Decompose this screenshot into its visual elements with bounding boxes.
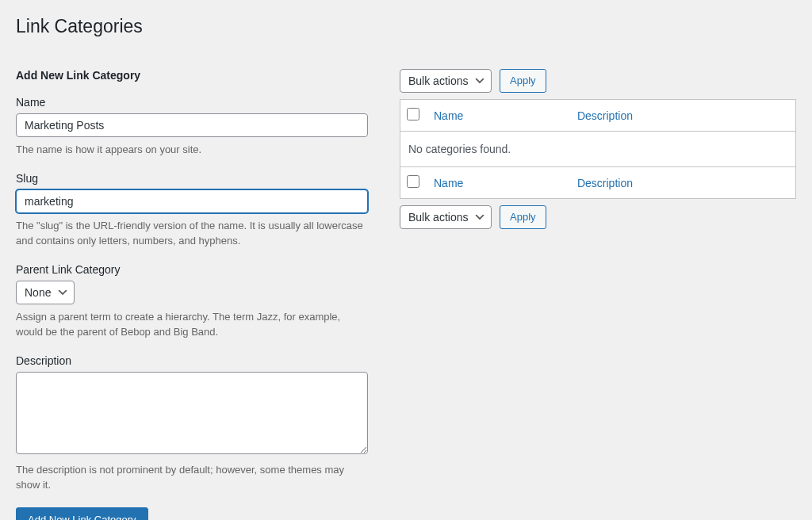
list-column: Bulk actions Apply Name Description No c… bbox=[400, 69, 796, 520]
parent-label: Parent Link Category bbox=[16, 263, 368, 276]
name-column-header-bottom[interactable]: Name bbox=[426, 167, 569, 199]
slug-label: Slug bbox=[16, 172, 368, 185]
apply-button-bottom[interactable]: Apply bbox=[500, 205, 546, 229]
bulk-actions-bottom: Bulk actions Apply bbox=[400, 205, 796, 229]
description-column-header-bottom[interactable]: Description bbox=[569, 167, 796, 199]
apply-button-top[interactable]: Apply bbox=[500, 69, 546, 93]
categories-table: Name Description No categories found. Na… bbox=[400, 99, 796, 199]
add-form-column: Add New Link Category Name The name is h… bbox=[16, 69, 368, 520]
check-all-header-bottom bbox=[400, 167, 427, 199]
description-column-header-top[interactable]: Description bbox=[569, 100, 796, 132]
select-all-checkbox-bottom[interactable] bbox=[407, 175, 419, 188]
page-title: Link Categories bbox=[16, 16, 796, 37]
name-input[interactable] bbox=[16, 113, 368, 137]
description-label: Description bbox=[16, 354, 368, 367]
submit-button[interactable]: Add New Link Category bbox=[16, 507, 148, 521]
name-help-text: The name is how it appears on your site. bbox=[16, 142, 368, 158]
description-field-wrapper: Description The description is not promi… bbox=[16, 354, 368, 493]
bulk-actions-select-bottom[interactable]: Bulk actions bbox=[400, 205, 492, 229]
slug-field-wrapper: Slug The "slug" is the URL-friendly vers… bbox=[16, 172, 368, 249]
empty-message: No categories found. bbox=[400, 132, 796, 167]
description-textarea[interactable] bbox=[16, 372, 368, 454]
slug-help-text: The "slug" is the URL-friendly version o… bbox=[16, 218, 368, 249]
select-all-checkbox-top[interactable] bbox=[407, 108, 419, 120]
name-field-wrapper: Name The name is how it appears on your … bbox=[16, 96, 368, 158]
slug-input[interactable] bbox=[16, 189, 368, 213]
check-all-header-top bbox=[400, 100, 427, 132]
main-container: Add New Link Category Name The name is h… bbox=[16, 69, 796, 520]
name-column-header-top[interactable]: Name bbox=[426, 100, 569, 132]
parent-select[interactable]: None bbox=[16, 281, 75, 304]
name-label: Name bbox=[16, 96, 368, 109]
description-help-text: The description is not prominent by defa… bbox=[16, 462, 368, 493]
empty-row: No categories found. bbox=[400, 132, 796, 167]
form-heading: Add New Link Category bbox=[16, 69, 368, 82]
parent-field-wrapper: Parent Link Category None Assign a paren… bbox=[16, 263, 368, 340]
parent-help-text: Assign a parent term to create a hierarc… bbox=[16, 309, 368, 340]
bulk-actions-top: Bulk actions Apply bbox=[400, 69, 796, 93]
bulk-actions-select-top[interactable]: Bulk actions bbox=[400, 69, 492, 93]
